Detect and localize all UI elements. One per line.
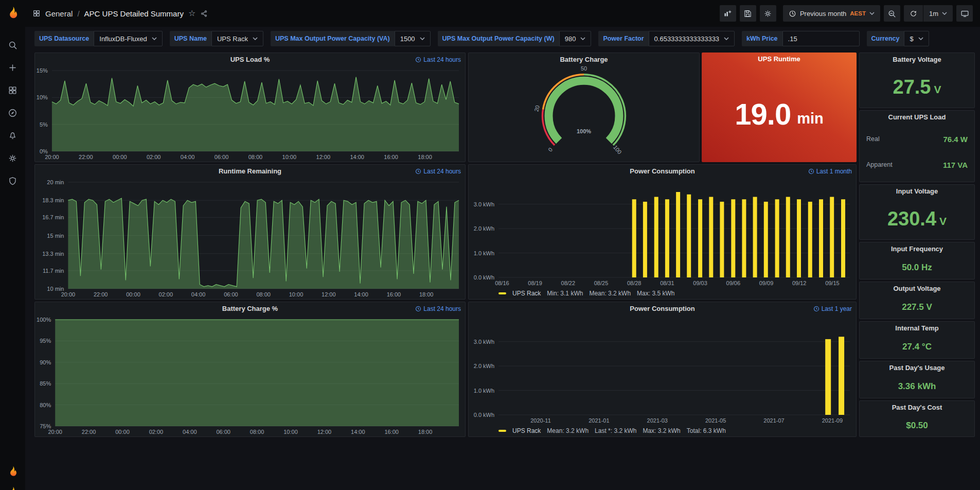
help-button[interactable] bbox=[7, 486, 19, 490]
panel-title[interactable]: Current UPS Load bbox=[860, 111, 974, 124]
panel-title[interactable]: Past Day's Usage bbox=[860, 361, 974, 375]
panel-title[interactable]: Runtime Remaining bbox=[35, 165, 465, 178]
variable-label: Currency bbox=[867, 31, 904, 46]
dashboard-settings-button[interactable] bbox=[760, 5, 776, 22]
svg-text:14:00: 14:00 bbox=[354, 291, 368, 297]
bell-icon bbox=[8, 131, 17, 141]
sidebar-item-dashboards[interactable] bbox=[0, 79, 25, 101]
svg-text:100%: 100% bbox=[577, 128, 591, 134]
variable-max-power-w: UPS Max Output Power Capacity (W) 980 bbox=[438, 31, 592, 46]
variable-value-dropdown[interactable]: $ bbox=[904, 31, 929, 46]
battery-charge-gauge[interactable]: 02050100100% bbox=[469, 66, 699, 162]
gear-icon bbox=[763, 9, 772, 18]
svg-text:08/16: 08/16 bbox=[495, 280, 509, 286]
power-consumption-year-chart[interactable]: 0.0 kWh1.0 kWh2.0 kWh3.0 kWh2020-112021-… bbox=[469, 316, 856, 425]
variable-label: UPS Name bbox=[170, 31, 211, 46]
svg-text:12:00: 12:00 bbox=[317, 429, 332, 435]
panel-input-voltage: Input Voltage 230.4 V bbox=[859, 184, 975, 240]
panel-title[interactable]: Power Consumption bbox=[469, 165, 856, 178]
variable-value-dropdown[interactable]: 0.6533333333333333 bbox=[649, 31, 735, 46]
series-swatch bbox=[498, 430, 506, 432]
panel-title[interactable]: Battery Voltage bbox=[860, 53, 974, 66]
gear-icon bbox=[8, 153, 17, 163]
stat-row-value: 76.4 W bbox=[943, 135, 968, 144]
refresh-button[interactable] bbox=[904, 5, 923, 22]
avatar-flame-icon bbox=[7, 465, 19, 478]
share-dashboard-button[interactable] bbox=[200, 10, 208, 18]
grafana-logo[interactable] bbox=[6, 6, 20, 20]
apps-grid-icon[interactable] bbox=[32, 9, 41, 18]
time-range-picker[interactable]: Previous month AEST bbox=[783, 5, 880, 22]
sidebar-item-explore[interactable] bbox=[0, 101, 25, 124]
grafana-flame-icon bbox=[6, 6, 20, 20]
variable-value-dropdown[interactable]: UPS Rack bbox=[211, 31, 263, 46]
stat-row: Apparent 117 VA bbox=[866, 161, 968, 169]
cycle-view-button[interactable] bbox=[956, 5, 973, 22]
svg-text:5%: 5% bbox=[40, 121, 48, 128]
top-navbar: General / APC UPS Detailed Summary ☆ Pre… bbox=[25, 0, 980, 27]
runtime-remaining-chart[interactable]: 10 min11.7 min13.3 min15 min16.7 min18.3… bbox=[35, 178, 465, 299]
timezone-label: AEST bbox=[850, 10, 866, 16]
chevron-down-icon bbox=[724, 37, 729, 40]
panel-time-range-link[interactable]: Last 24 hours bbox=[415, 305, 461, 312]
zoom-out-button[interactable] bbox=[884, 5, 900, 22]
panel-title[interactable]: Power Consumption bbox=[469, 302, 856, 316]
svg-text:06:00: 06:00 bbox=[216, 429, 230, 435]
sidebar-item-search[interactable] bbox=[0, 33, 25, 56]
panel-time-range-link[interactable]: Last 24 hours bbox=[415, 56, 461, 63]
svg-text:10:00: 10:00 bbox=[289, 291, 304, 297]
legend-stat: Last *: 3.2 kWh bbox=[595, 427, 636, 434]
ups-load-chart[interactable]: 0%5%10%15%20:0022:0000:0002:0004:0006:00… bbox=[35, 66, 465, 162]
panel-time-range-link[interactable]: Last 24 hours bbox=[415, 168, 461, 175]
stat-value: 27.5 bbox=[893, 76, 931, 98]
sidebar-item-create[interactable] bbox=[0, 56, 25, 79]
svg-text:100%: 100% bbox=[37, 317, 51, 323]
series-name[interactable]: UPS Rack bbox=[512, 427, 541, 434]
panel-title[interactable]: Internal Temp bbox=[860, 322, 974, 335]
add-panel-button[interactable] bbox=[720, 5, 736, 22]
star-dashboard-button[interactable]: ☆ bbox=[188, 9, 195, 18]
panel-time-range-link[interactable]: Last 1 month bbox=[808, 168, 852, 175]
save-icon bbox=[743, 9, 752, 18]
panel-title[interactable]: Battery Charge % bbox=[35, 302, 465, 316]
breadcrumb-section[interactable]: General bbox=[45, 9, 73, 18]
refresh-interval-picker[interactable]: 1m bbox=[923, 5, 953, 22]
battery-charge-pct-chart[interactable]: 75%80%85%90%95%100%20:0022:0000:0002:000… bbox=[35, 316, 465, 436]
svg-text:08:00: 08:00 bbox=[248, 154, 263, 160]
variable-value: InfluxDB-Fluxed bbox=[99, 35, 147, 43]
variable-value-dropdown[interactable]: InfluxDB-Fluxed bbox=[94, 31, 162, 46]
chevron-down-icon bbox=[942, 12, 947, 15]
variable-value-dropdown[interactable]: 1500 bbox=[395, 31, 431, 46]
svg-text:10%: 10% bbox=[37, 94, 48, 100]
svg-text:04:00: 04:00 bbox=[183, 429, 197, 435]
svg-text:3.0 kWh: 3.0 kWh bbox=[474, 339, 494, 345]
svg-text:14:00: 14:00 bbox=[351, 429, 365, 435]
panel-title[interactable]: Output Voltage bbox=[860, 282, 974, 295]
sidebar-item-alerting[interactable] bbox=[0, 124, 25, 147]
series-name[interactable]: UPS Rack bbox=[512, 290, 541, 297]
panel-title[interactable]: UPS Load % bbox=[35, 53, 465, 66]
panel-time-range-link[interactable]: Last 1 year bbox=[813, 305, 852, 312]
panel-title[interactable]: UPS Runtime bbox=[702, 52, 857, 66]
panel-title[interactable]: Input Frequency bbox=[860, 242, 974, 256]
sidebar-item-server-admin[interactable] bbox=[0, 169, 25, 192]
user-avatar[interactable] bbox=[7, 465, 19, 478]
save-dashboard-button[interactable] bbox=[740, 5, 756, 22]
panel-title[interactable]: Past Day's Cost bbox=[860, 401, 974, 414]
panel-runtime-remaining: Runtime Remaining Last 24 hours 10 min11… bbox=[34, 164, 466, 300]
panel-title[interactable]: Battery Charge bbox=[469, 53, 699, 66]
panel-title[interactable]: Input Voltage bbox=[860, 185, 974, 198]
breadcrumb-separator: / bbox=[77, 9, 79, 18]
dashboard-title[interactable]: APC UPS Detailed Summary bbox=[84, 9, 184, 18]
power-consumption-month-chart[interactable]: 0.0 kWh1.0 kWh2.0 kWh3.0 kWh08/1608/1908… bbox=[469, 178, 856, 288]
input-frequency-value: 50.0 Hz bbox=[860, 256, 974, 279]
sidebar-item-configuration[interactable] bbox=[0, 147, 25, 169]
kwh-price-input[interactable]: .15 bbox=[782, 31, 860, 46]
refresh-interval-label: 1m bbox=[929, 10, 938, 18]
refresh-control: 1m bbox=[904, 5, 953, 22]
svg-text:50: 50 bbox=[581, 66, 587, 72]
variable-value-dropdown[interactable]: 980 bbox=[559, 31, 592, 46]
variable-max-power-va: UPS Max Output Power Capacity (VA) 1500 bbox=[271, 31, 431, 46]
clock-icon bbox=[789, 10, 796, 18]
svg-text:08/19: 08/19 bbox=[528, 280, 542, 286]
